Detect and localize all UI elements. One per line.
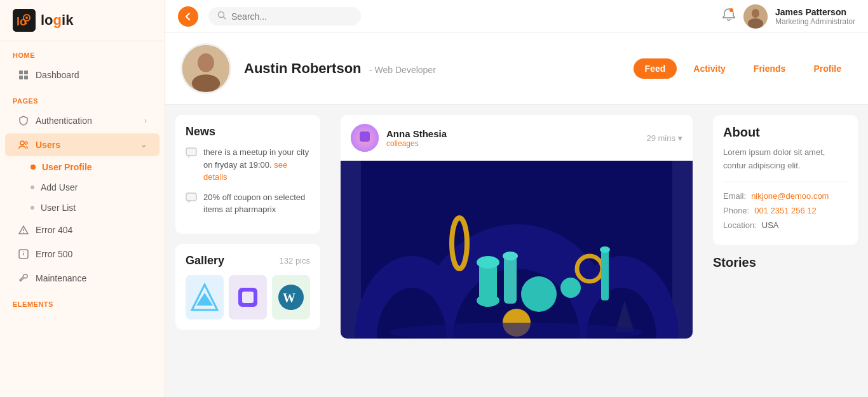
search-icon	[217, 11, 226, 22]
grid-icon	[18, 69, 29, 81]
svg-point-18	[729, 8, 733, 12]
feed-header: Anna Sthesia colleages 29 mins ▾	[341, 115, 693, 161]
error-404-label: Error 404	[36, 225, 72, 235]
news-item-2: 20% off coupon on selected items at phar…	[186, 191, 310, 216]
user-info: James Patterson Marketing Administrator	[775, 7, 855, 26]
sidebar-item-error-500[interactable]: Error 500	[5, 243, 159, 266]
svg-rect-34	[360, 131, 370, 142]
svg-rect-6	[24, 71, 28, 74]
notification-icon[interactable]	[722, 8, 736, 25]
comment-icon	[186, 147, 197, 162]
sidebar-item-error-404[interactable]: Error 404	[5, 219, 159, 241]
gallery-thumb-3[interactable]: W	[272, 275, 310, 320]
profile-header: Austin Robertson - Web Developer Feed Ac…	[165, 33, 868, 105]
svg-point-3	[25, 17, 28, 19]
search-input[interactable]	[231, 11, 352, 22]
tab-activity[interactable]: Activity	[682, 58, 737, 79]
dot-icon	[31, 206, 34, 210]
dot-icon	[31, 165, 36, 170]
about-title: About	[723, 125, 848, 140]
sidebar-item-users[interactable]: Users ⌄	[5, 133, 159, 156]
email-label: Email:	[723, 191, 746, 201]
section-pages: Pages	[0, 87, 165, 109]
post-author: Anna Sthesia colleages	[386, 128, 447, 148]
sidebar-item-authentication[interactable]: Authentication ›	[5, 109, 159, 132]
sidebar: lo logik Home Dashboard Pages Authentica…	[0, 0, 165, 397]
logo: lo logik	[0, 0, 165, 41]
about-email: Email: nikjone@demoo.com	[723, 191, 848, 201]
svg-point-24	[192, 74, 220, 92]
news-link-1[interactable]: see details	[203, 160, 287, 182]
gallery-header: Gallery 132 pics	[186, 254, 310, 267]
svg-point-12	[23, 232, 24, 233]
about-phone: Phone: 001 2351 256 12	[723, 206, 848, 215]
news-card: News there is a meetup in your city on f…	[175, 115, 320, 234]
users-icon	[18, 139, 29, 151]
user-name: James Patterson	[775, 7, 855, 17]
sidebar-sub-item-user-profile[interactable]: User Profile	[5, 158, 159, 177]
svg-text:W: W	[283, 291, 295, 305]
user-role: Marketing Administrator	[775, 17, 855, 26]
gallery-count: 132 pics	[280, 256, 310, 266]
post-time: 29 mins ▾	[646, 133, 682, 143]
search-bar	[208, 7, 361, 25]
svg-rect-8	[24, 76, 28, 79]
svg-point-53	[600, 246, 610, 253]
news-item-1: there is a meetup in your city on fryday…	[186, 146, 310, 184]
news-text-1: there is a meetup in your city on fryday…	[203, 146, 310, 184]
tab-friends[interactable]: Friends	[742, 58, 797, 79]
sidebar-sub-item-user-list[interactable]: User List	[5, 198, 159, 217]
gallery-thumb-2[interactable]	[229, 275, 267, 320]
svg-line-17	[224, 17, 226, 20]
section-home: Home	[0, 41, 165, 63]
maintenance-label: Maintenance	[36, 273, 86, 283]
gallery-grid: W	[186, 275, 310, 320]
stories-title: Stories	[713, 255, 858, 270]
svg-rect-46	[504, 256, 517, 304]
phone-label: Phone:	[723, 206, 749, 215]
triangle-icon	[18, 224, 29, 236]
content-area: News there is a meetup in your city on f…	[165, 105, 868, 397]
about-card: About Lorem ipsum dolor sit amet, contur…	[713, 115, 858, 245]
topbar-right: James Patterson Marketing Administrator	[722, 4, 855, 29]
profile-name: Austin Robertson	[244, 60, 362, 76]
main-content: James Patterson Marketing Administrator …	[165, 0, 868, 397]
chevron-right-icon: ›	[144, 116, 147, 125]
tab-profile[interactable]: Profile	[802, 58, 853, 79]
left-panel: News there is a meetup in your city on f…	[165, 105, 330, 397]
sidebar-item-maintenance[interactable]: Maintenance	[5, 267, 159, 290]
svg-point-15	[23, 252, 24, 253]
svg-point-20	[752, 9, 759, 18]
user-avatar	[743, 4, 768, 29]
gallery-thumb-1[interactable]	[186, 275, 224, 320]
chevron-down-icon: ▾	[678, 133, 682, 143]
svg-rect-26	[186, 193, 196, 201]
svg-rect-5	[19, 71, 23, 74]
sidebar-item-dashboard[interactable]: Dashboard	[5, 64, 159, 86]
feed-image	[341, 161, 693, 339]
section-elements: Elements	[0, 290, 165, 312]
profile-tabs: Feed Activity Friends Profile	[634, 58, 853, 79]
dashboard-label: Dashboard	[36, 70, 79, 80]
user-list-label: User List	[41, 203, 76, 213]
feed-card: Anna Sthesia colleages 29 mins ▾	[341, 115, 693, 339]
post-author-name: Anna Sthesia	[386, 128, 447, 139]
back-button[interactable]	[178, 6, 198, 27]
tab-feed[interactable]: Feed	[634, 58, 677, 79]
svg-rect-52	[601, 250, 609, 300]
add-user-label: Add User	[41, 182, 78, 192]
chevron-down-icon: ⌄	[140, 140, 147, 149]
sidebar-sub-item-add-user[interactable]: Add User	[5, 178, 159, 197]
news-text-2: 20% off coupon on selected items at phar…	[203, 191, 310, 216]
profile-title: - Web Developer	[369, 65, 436, 75]
svg-point-47	[503, 252, 518, 260]
profile-info: Austin Robertson - Web Developer	[244, 60, 436, 77]
tool-icon	[18, 273, 29, 284]
post-author-group: colleages	[386, 139, 447, 148]
right-panel: About Lorem ipsum dolor sit amet, contur…	[703, 105, 868, 397]
svg-point-23	[198, 53, 214, 72]
topbar: James Patterson Marketing Administrator	[165, 0, 868, 33]
authentication-label: Authentication	[36, 116, 92, 126]
comment-icon-2	[186, 192, 197, 207]
email-link[interactable]: nikjone@demoo.com	[751, 191, 829, 201]
